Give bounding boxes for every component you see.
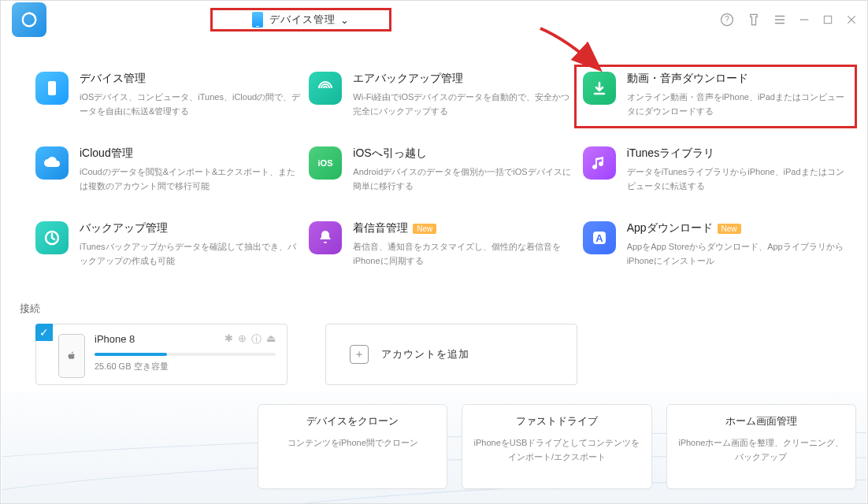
bottom-desc: コンテンツをiPhone間でクローン [287, 436, 418, 450]
device-icon [35, 72, 69, 105]
feature-text: 動画・音声ダウンロード オンライン動画・音声をiPhone、iPadまたはコンピ… [627, 72, 848, 118]
chevron-down-icon: ⌄ [340, 14, 350, 26]
feature-desc: iOSデバイス、コンピュータ、iTunes、iCloudの間で、データを自由に転… [80, 91, 301, 118]
svg-rect-3 [824, 16, 831, 23]
feature-download[interactable]: 動画・音声ダウンロード オンライン動画・音声をiPhone、iPadまたはコンピ… [574, 65, 857, 128]
annotation-arrow [536, 24, 615, 80]
device-image [58, 334, 85, 378]
feature-text: 着信音管理 New 着信音、通知音をカスタマイズし、個性的な着信音をiPhone… [353, 221, 574, 268]
feature-title: iCloud管理 [80, 146, 133, 161]
feature-desc: オンライン動画・音声をiPhone、iPadまたはコンピュータにダウンロードする [627, 91, 848, 118]
bottom-title: ホーム画面管理 [725, 414, 797, 428]
svg-text:A: A [595, 232, 603, 244]
feature-desc: 着信音、通知音をカスタマイズし、個性的な着信音をiPhoneに同期する [353, 240, 574, 268]
feature-text: Appダウンロード New AppをApp Storeからダウンロード、Appラ… [627, 221, 848, 268]
help-icon[interactable]: ? [719, 12, 735, 28]
titlebar: デバイス管理 ⌄ ? [1, 1, 867, 39]
bottom-title: デバイスをクローン [306, 414, 399, 428]
feature-desc: Wi-Fi経由でiOSデバイスのデータを自動的で、安全かつ完全にバックアップする [353, 91, 574, 118]
feature-desc: Androidデバイスのデータを個別か一括でiOSデバイスに簡単に移行する [353, 165, 574, 193]
feature-title: iTunesライブラリ [627, 146, 715, 161]
plus-icon: ＋ [350, 345, 369, 364]
feature-title: Appダウンロード [627, 221, 713, 235]
feature-music[interactable]: iTunesライブラリ データをiTunesライブラリからiPhone、iPad… [583, 146, 848, 193]
feature-desc: データをiTunesライブラリからiPhone、iPadまたはコンピュータに転送… [627, 165, 848, 193]
feature-title: 動画・音声ダウンロード [627, 72, 748, 86]
device-info: iPhone 8 ✱ ⊕ ⓘ ⏏ 25.60 GB 空き容量 [95, 332, 276, 376]
svg-text:iOS: iOS [318, 158, 333, 168]
device-name: iPhone 8 [95, 333, 135, 345]
feature-text: デバイス管理 iOSデバイス、コンピュータ、iTunes、iCloudの間で、デ… [80, 72, 301, 118]
app-icon: A [583, 221, 616, 254]
logo-icon [20, 11, 38, 28]
bottom-cards: デバイスをクローン コンテンツをiPhone間でクローンファストドライブ iPh… [258, 404, 856, 489]
device-selected-check: ✓ [35, 324, 53, 341]
feature-air[interactable]: エアバックアップ管理 Wi-Fi経由でiOSデバイスのデータを自動的で、安全かつ… [309, 72, 574, 118]
feature-text: iCloud管理 iCoudのデータを閲覧&インポート&エクスポート、または複数… [80, 146, 301, 193]
bottom-card-1[interactable]: ファストドライブ iPhoneをUSBドライブとしてコンテンツをインポート/エク… [462, 404, 651, 489]
device-row: ✓ iPhone 8 ✱ ⊕ ⓘ ⏏ 25.60 GB 空き容量 ＋ アカウント… [1, 324, 867, 385]
ios-icon: iOS [309, 146, 342, 180]
maximize-button[interactable] [822, 13, 834, 26]
bottom-card-2[interactable]: ホーム画面管理 iPhoneホーム画面を整理、クリーニング、バックアップ [666, 404, 856, 489]
bottom-desc: iPhoneホーム画面を整理、クリーニング、バックアップ [678, 436, 844, 464]
feature-title: 着信音管理 [353, 221, 408, 235]
app-logo [12, 2, 46, 37]
svg-text:?: ? [725, 15, 729, 24]
svg-rect-4 [48, 81, 56, 95]
menu-icon[interactable] [773, 13, 787, 27]
mode-tab-highlight: デバイス管理 ⌄ [210, 8, 391, 32]
feature-text: iTunesライブラリ データをiTunesライブラリからiPhone、iPad… [627, 146, 848, 193]
device-lock-icon[interactable]: ⊕ [238, 332, 247, 346]
bottom-desc: iPhoneをUSBドライブとしてコンテンツをインポート/エクスポート [473, 436, 640, 464]
feature-grid: デバイス管理 iOSデバイス、コンピュータ、iTunes、iCloudの間で、デ… [1, 39, 867, 276]
feature-title: iOSへ引っ越し [353, 146, 426, 161]
device-eject-icon[interactable]: ⏏ [266, 332, 276, 346]
air-icon [309, 72, 342, 105]
feature-backup[interactable]: バックアップ管理 iTunesバックアップからデータを確認して抽出でき、バックア… [35, 221, 301, 268]
feature-bell[interactable]: 着信音管理 New 着信音、通知音をカスタマイズし、個性的な着信音をiPhone… [309, 221, 574, 268]
apple-icon [67, 350, 76, 361]
feature-title: エアバックアップ管理 [353, 72, 463, 86]
bell-icon [309, 221, 342, 254]
feature-desc: AppをApp Storeからダウンロード、AppライブラリからiPhoneにイ… [627, 240, 848, 268]
storage-bar [95, 353, 276, 356]
mode-tab-label: デバイス管理 [269, 13, 336, 27]
feature-text: バックアップ管理 iTunesバックアップからデータを確認して抽出でき、バックア… [80, 221, 301, 268]
music-icon [583, 146, 616, 180]
feature-ios[interactable]: iOS iOSへ引っ越し Androidデバイスのデータを個別か一括でiOSデバ… [309, 146, 574, 193]
window-controls: ? [719, 12, 858, 28]
new-badge: New [413, 224, 436, 234]
feature-desc: iCoudのデータを閲覧&インポート&エクスポート、または複数のアカウント間で移… [80, 165, 301, 193]
device-gear-icon[interactable]: ✱ [224, 332, 233, 346]
feature-text: iOSへ引っ越し Androidデバイスのデータを個別か一括でiOSデバイスに簡… [353, 146, 574, 193]
minimize-button[interactable] [798, 13, 811, 26]
feature-title: デバイス管理 [80, 72, 146, 86]
connect-label: 接続 [20, 302, 867, 316]
device-info-icon[interactable]: ⓘ [251, 332, 262, 346]
device-card[interactable]: ✓ iPhone 8 ✱ ⊕ ⓘ ⏏ 25.60 GB 空き容量 [35, 324, 287, 385]
feature-desc: iTunesバックアップからデータを確認して抽出でき、バックアップの作成も可能 [80, 240, 301, 268]
close-button[interactable] [845, 13, 858, 26]
feature-cloud[interactable]: iCloud管理 iCoudのデータを閲覧&インポート&エクスポート、または複数… [35, 146, 301, 193]
feature-device[interactable]: デバイス管理 iOSデバイス、コンピュータ、iTunes、iCloudの間で、デ… [35, 72, 301, 118]
new-badge: New [718, 224, 741, 234]
backup-icon [35, 221, 69, 254]
device-action-icons: ✱ ⊕ ⓘ ⏏ [224, 332, 276, 346]
feature-title: バックアップ管理 [80, 221, 168, 235]
phone-icon [252, 12, 263, 28]
add-account-card[interactable]: ＋ アカウントを追加 [325, 324, 577, 385]
bottom-card-0[interactable]: デバイスをクローン コンテンツをiPhone間でクローン [258, 404, 447, 489]
add-account-label: アカウントを追加 [381, 347, 469, 361]
bottom-title: ファストドライブ [516, 414, 598, 428]
storage-free: 25.60 GB 空き容量 [95, 361, 276, 372]
feature-app[interactable]: A Appダウンロード New AppをApp Storeからダウンロード、Ap… [583, 221, 848, 268]
cloud-icon [35, 146, 69, 180]
mode-tab[interactable]: デバイス管理 ⌄ [210, 8, 391, 32]
settings-icon[interactable] [746, 12, 762, 28]
